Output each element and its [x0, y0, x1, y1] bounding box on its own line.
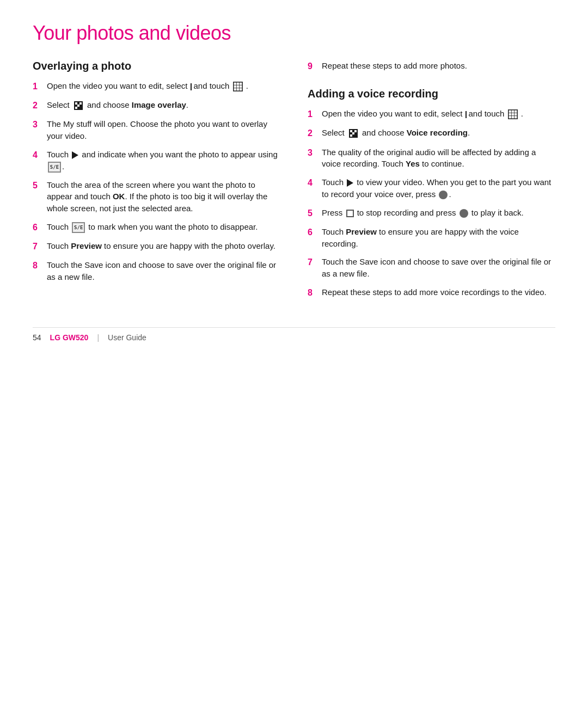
- step-overlay-6: 6 Touch S/E to mark when you want the ph…: [33, 221, 280, 234]
- step-voice-num-6: 6: [308, 226, 320, 238]
- step-voice-4: 4 Touch to view your video. When you get…: [308, 176, 555, 200]
- step-voice-1: 1 Open the video you want to edit, selec…: [308, 108, 555, 120]
- left-column: Overlaying a photo 1 Open the video you …: [33, 60, 280, 290]
- step-text-6: Touch S/E to mark when you want the phot…: [47, 221, 280, 233]
- se-icon-6: S/E: [72, 222, 85, 233]
- step-text-9: Repeat these steps to add more photos.: [322, 60, 555, 72]
- step-voice-text-3: The quality of the original audio will b…: [322, 146, 555, 170]
- svg-rect-19: [352, 132, 354, 134]
- yes-bold: Yes: [406, 159, 420, 168]
- grid-icon-1: [232, 81, 246, 90]
- step-voice-num-3: 3: [308, 146, 320, 159]
- two-column-layout: Overlaying a photo 1 Open the video you …: [33, 60, 555, 305]
- play-icon-4: [72, 151, 78, 159]
- se-icon-4: S/E: [48, 162, 61, 173]
- page-title: Your photos and videos: [33, 22, 555, 45]
- play-icon-v4: [347, 179, 353, 187]
- step-overlay-5: 5 Touch the area of the screen where you…: [33, 179, 280, 214]
- step-overlay-3: 3 The My stuff will open. Choose the pho…: [33, 118, 280, 142]
- overlaying-section-title: Overlaying a photo: [33, 60, 280, 72]
- svg-rect-8: [75, 107, 77, 109]
- step-voice-text-8: Repeat these steps to add more voice rec…: [322, 286, 555, 298]
- step-voice-num-4: 4: [308, 176, 320, 189]
- step-num-9: 9: [308, 60, 320, 72]
- image-overlay-bold: Image overlay: [132, 100, 186, 109]
- preview-bold-v6: Preview: [346, 227, 377, 236]
- step-num-2: 2: [33, 99, 45, 112]
- voice-section-title: Adding a voice recording: [308, 88, 555, 100]
- menu-grid-svg: [233, 82, 243, 91]
- ok-bold: OK: [113, 192, 125, 201]
- footer-separator: |: [97, 333, 99, 342]
- step-voice-num-2: 2: [308, 127, 320, 139]
- step-voice-num-1: 1: [308, 108, 320, 120]
- step-voice-text-7: Touch the Save icon and choose to save o…: [322, 256, 555, 280]
- svg-rect-6: [75, 102, 77, 105]
- step-text-1: Open the video you want to edit, select …: [47, 80, 280, 93]
- square-icon-v5: [346, 210, 354, 217]
- step-voice-7: 7 Touch the Save icon and choose to save…: [308, 256, 555, 280]
- step-num-3: 3: [33, 118, 45, 131]
- step-text-4: Touch and indicate when you want the pho…: [47, 149, 280, 173]
- step-num-7: 7: [33, 240, 45, 253]
- step-overlay-7: 7 Touch Preview to ensure you are happy …: [33, 240, 280, 253]
- step-voice-3: 3 The quality of the original audio will…: [308, 146, 555, 170]
- svg-rect-0: [234, 82, 242, 91]
- footer: 54 LG GW520 | User Guide: [33, 327, 555, 342]
- pipe-icon-v1: ||: [465, 108, 467, 120]
- overlaying-step-9-list: 9 Repeat these steps to add more photos.: [308, 60, 555, 72]
- grid-icon-v1: [507, 109, 521, 118]
- step-text-3: The My stuff will open. Choose the photo…: [47, 118, 280, 142]
- step-voice-8: 8 Repeat these steps to add more voice r…: [308, 286, 555, 299]
- footer-page-number: 54: [33, 333, 41, 342]
- star-icon-v2: [348, 128, 359, 139]
- pipe-icon: ||: [190, 81, 192, 93]
- step-voice-2: 2 Select and choose Voice recording.: [308, 127, 555, 139]
- overlaying-steps-list: 1 Open the video you want to edit, selec…: [33, 80, 280, 283]
- step-overlay-4: 4 Touch and indicate when you want the p…: [33, 149, 280, 173]
- step-voice-text-4: Touch to view your video. When you get t…: [322, 176, 555, 200]
- circle-icon-v4: [439, 191, 448, 199]
- right-column: 9 Repeat these steps to add more photos.…: [308, 60, 555, 305]
- step-num-8: 8: [33, 259, 45, 272]
- step-voice-text-6: Touch Preview to ensure you are happy wi…: [322, 226, 555, 250]
- circle-icon-v5: [460, 209, 468, 218]
- step-overlay-1: 1 Open the video you want to edit, selec…: [33, 80, 280, 93]
- svg-rect-16: [350, 130, 352, 132]
- svg-rect-7: [79, 102, 82, 105]
- svg-rect-18: [350, 134, 352, 137]
- voice-steps-list: 1 Open the video you want to edit, selec…: [308, 108, 555, 299]
- step-text-7: Touch Preview to ensure you are happy wi…: [47, 240, 280, 252]
- step-voice-num-8: 8: [308, 286, 320, 299]
- step-overlay-8: 8 Touch the Save icon and choose to save…: [33, 259, 280, 283]
- star-icon-2: [73, 100, 84, 111]
- step-num-5: 5: [33, 179, 45, 192]
- svg-rect-10: [509, 110, 517, 119]
- voice-recording-bold: Voice recording: [407, 128, 468, 137]
- step-text-2: Select and choose Image overlay.: [47, 99, 280, 111]
- step-num-4: 4: [33, 149, 45, 161]
- footer-guide: User Guide: [108, 333, 146, 342]
- step-voice-text-5: Press to stop recording and press to pla…: [322, 207, 555, 219]
- step-voice-text-1: Open the video you want to edit, select …: [322, 108, 555, 120]
- step-text-5: Touch the area of the screen where you w…: [47, 179, 280, 214]
- step-num-1: 1: [33, 80, 45, 93]
- step-text-8: Touch the Save icon and choose to save o…: [47, 259, 280, 283]
- step-voice-num-5: 5: [308, 207, 320, 219]
- step-voice-5: 5 Press to stop recording and press to p…: [308, 207, 555, 219]
- step-voice-6: 6 Touch Preview to ensure you are happy …: [308, 226, 555, 250]
- svg-rect-17: [354, 130, 357, 132]
- menu-grid-svg-v1: [508, 109, 518, 119]
- footer-brand: LG GW520: [50, 333, 89, 342]
- step-overlay-2: 2 Select and choose Image overlay.: [33, 99, 280, 112]
- step-voice-text-2: Select and choose Voice recording.: [322, 127, 555, 139]
- preview-bold-7: Preview: [71, 241, 102, 250]
- step-overlay-9: 9 Repeat these steps to add more photos.: [308, 60, 555, 72]
- step-num-6: 6: [33, 221, 45, 234]
- step-voice-num-7: 7: [308, 256, 320, 268]
- svg-rect-9: [77, 105, 79, 107]
